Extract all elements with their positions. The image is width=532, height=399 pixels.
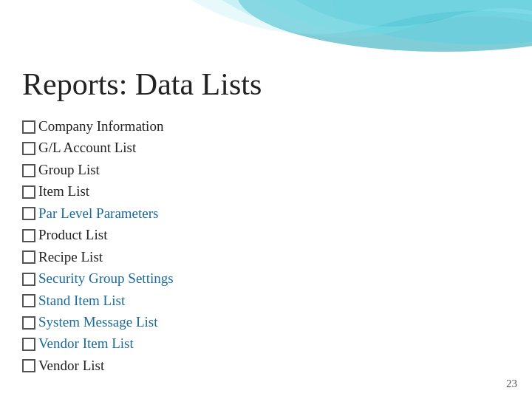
list-item: Recipe List	[22, 246, 510, 267]
list-item: Par Level Parameters	[22, 202, 510, 224]
bullet-icon	[22, 120, 35, 134]
list-item: Group List	[22, 159, 510, 180]
list-item: Item List	[22, 180, 510, 202]
bullet-icon	[22, 359, 35, 372]
list-item: G/L Account List	[22, 137, 510, 158]
bullet-icon	[22, 185, 35, 199]
bullet-icon	[22, 294, 35, 307]
bullet-icon	[22, 164, 35, 177]
page-number: 23	[506, 378, 517, 390]
list-item: Stand Item List	[22, 290, 510, 311]
list-item: Company Information	[22, 115, 510, 137]
bullet-icon	[22, 142, 35, 155]
bullet-icon	[22, 273, 35, 286]
bullet-icon	[22, 250, 35, 264]
page-title: Reports: Data Lists	[22, 66, 510, 102]
list-item: Product List	[22, 224, 510, 245]
bullet-icon	[22, 229, 35, 242]
list-item: System Message List	[22, 311, 510, 332]
bullet-icon	[22, 316, 35, 330]
bullet-icon	[22, 338, 35, 351]
bullet-icon	[22, 207, 35, 220]
list-item: Security Group Settings	[22, 267, 510, 289]
main-content: Reports: Data Lists Company InformationG…	[22, 66, 510, 376]
data-list: Company InformationG/L Account ListGroup…	[22, 115, 510, 376]
list-item: Vendor Item List	[22, 332, 510, 354]
list-item: Vendor List	[22, 355, 510, 376]
